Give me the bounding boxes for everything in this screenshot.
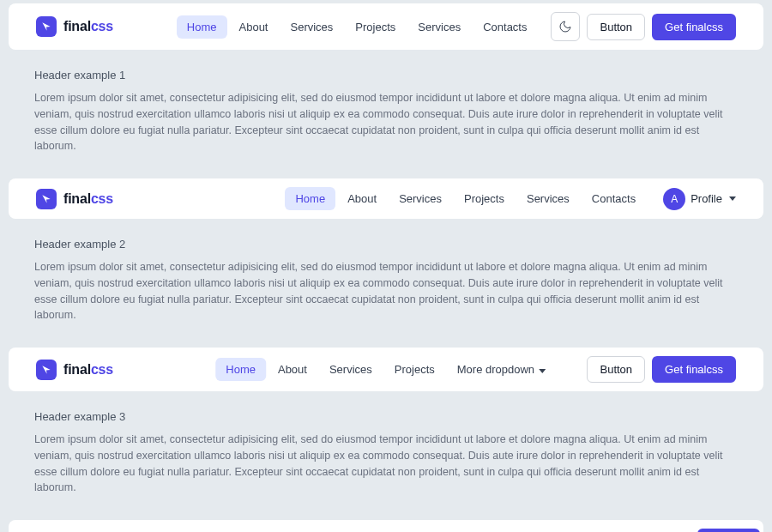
example-body: Lorem ipsum dolor sit amet, consectetur … bbox=[34, 90, 738, 154]
header-4: finalcss Home About Services Projects Go… bbox=[9, 520, 763, 532]
example-block-1: Header example 1 Lorem ipsum dolor sit a… bbox=[0, 50, 772, 178]
nav-projects[interactable]: Projects bbox=[454, 187, 515, 210]
nav-about[interactable]: About bbox=[268, 358, 317, 381]
header-2: finalcss Home About Services Projects Se… bbox=[9, 178, 763, 219]
button-generic[interactable]: Button bbox=[587, 356, 645, 383]
nav-services[interactable]: Services bbox=[389, 187, 452, 210]
nav-services-2[interactable]: Services bbox=[516, 187, 580, 210]
chevron-down-icon bbox=[540, 369, 546, 373]
nav-services-2[interactable]: Services bbox=[407, 15, 471, 39]
nav-more-dropdown[interactable]: More dropdown bbox=[447, 358, 557, 381]
logo-text: finalcss bbox=[63, 19, 113, 34]
nav-projects[interactable]: Projects bbox=[345, 15, 406, 39]
logo-text: finalcss bbox=[63, 191, 113, 207]
nav-1: Home About Services Projects Services Co… bbox=[177, 15, 538, 39]
chevron-down-icon bbox=[729, 196, 736, 201]
cta-primary[interactable]: Get finalcss bbox=[652, 14, 736, 40]
logo-text: finalcss bbox=[63, 362, 113, 378]
nav-contacts[interactable]: Contacts bbox=[582, 187, 646, 210]
profile-label: Profile bbox=[691, 192, 722, 205]
avatar: A bbox=[663, 188, 685, 210]
logo-mark-icon bbox=[36, 360, 57, 380]
logo-mark-icon bbox=[36, 16, 57, 37]
example-block-3: Header example 3 Lorem ipsum dolor sit a… bbox=[0, 391, 772, 520]
nav-home[interactable]: Home bbox=[177, 15, 227, 39]
nav-contacts[interactable]: Contacts bbox=[473, 15, 537, 39]
nav-about[interactable]: About bbox=[337, 187, 387, 210]
nav-services[interactable]: Services bbox=[319, 358, 383, 381]
nav-about[interactable]: About bbox=[229, 15, 279, 39]
logo[interactable]: finalcss bbox=[36, 16, 113, 37]
example-body: Lorem ipsum dolor sit amet, consectetur … bbox=[34, 259, 738, 323]
nav-2: Home About Services Projects Services Co… bbox=[285, 187, 646, 210]
header-3: finalcss Home About Services Projects Mo… bbox=[9, 348, 763, 391]
logo-mark-icon bbox=[36, 189, 57, 209]
moon-icon bbox=[558, 20, 572, 33]
cta-primary[interactable]: Get finalcss bbox=[697, 529, 760, 532]
cta-primary[interactable]: Get finalcss bbox=[652, 356, 736, 383]
nav-services[interactable]: Services bbox=[280, 15, 343, 39]
example-title: Header example 1 bbox=[34, 69, 738, 82]
example-block-2: Header example 2 Lorem ipsum dolor sit a… bbox=[0, 219, 772, 348]
nav-projects[interactable]: Projects bbox=[384, 358, 445, 381]
header-1: finalcss Home About Services Projects Se… bbox=[9, 3, 763, 50]
nav-3: Home About Services Projects More dropdo… bbox=[215, 358, 556, 381]
theme-toggle[interactable] bbox=[551, 12, 580, 41]
example-body: Lorem ipsum dolor sit amet, consectetur … bbox=[34, 432, 738, 496]
profile-dropdown[interactable]: A Profile bbox=[663, 188, 736, 210]
button-generic[interactable]: Button bbox=[587, 14, 645, 40]
nav-home[interactable]: Home bbox=[285, 187, 335, 210]
example-title: Header example 2 bbox=[34, 238, 738, 251]
logo[interactable]: finalcss bbox=[36, 189, 113, 209]
nav-home[interactable]: Home bbox=[215, 358, 266, 381]
logo[interactable]: finalcss bbox=[36, 360, 113, 380]
example-title: Header example 3 bbox=[34, 410, 738, 423]
